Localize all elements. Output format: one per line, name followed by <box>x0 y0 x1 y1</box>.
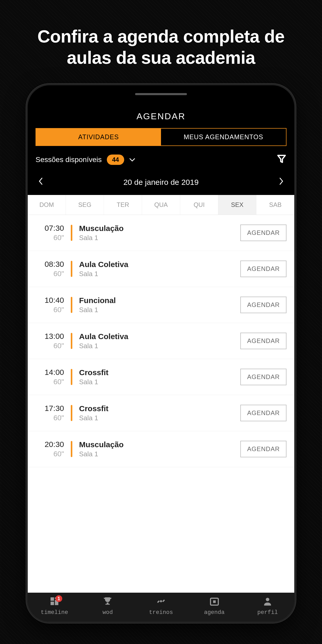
session-accent-bar <box>71 405 72 421</box>
promo-headline: Confira a agenda completa de aulas da su… <box>0 0 322 84</box>
day-tab-qua[interactable]: QUA <box>142 195 180 215</box>
session-row: 07:30 60" Musculação Sala 1 AGENDAR <box>28 215 294 251</box>
dumbbell-icon <box>156 596 166 608</box>
session-accent-bar <box>71 297 72 313</box>
session-title: Aula Coletiva <box>79 332 234 341</box>
phone-frame: AGENDAR ATIVIDADES MEUS AGENDAMENTOS Ses… <box>26 84 296 623</box>
available-sessions-label: Sessões disponíveis <box>36 156 102 164</box>
session-time-col: 10:40 60" <box>36 296 64 314</box>
session-duration: 60" <box>36 234 64 242</box>
nav-timeline[interactable]: 1 timeline <box>28 596 81 616</box>
session-info: Crossfit Sala 1 <box>79 404 234 422</box>
nav-agenda[interactable]: agenda <box>188 596 241 616</box>
session-row: 20:30 60" Musculação Sala 1 AGENDAR <box>28 431 294 467</box>
session-duration: 60" <box>36 378 64 386</box>
session-room: Sala 1 <box>79 414 234 422</box>
session-time: 10:40 <box>36 296 64 305</box>
nav-wod[interactable]: wod <box>81 596 135 616</box>
schedule-button[interactable]: AGENDAR <box>240 441 286 457</box>
session-time-col: 08:30 60" <box>36 260 64 278</box>
session-info: Crossfit Sala 1 <box>79 368 234 386</box>
session-info: Musculação Sala 1 <box>79 224 234 242</box>
person-icon <box>262 596 273 608</box>
session-info: Aula Coletiva Sala 1 <box>79 332 234 350</box>
session-row: 17:30 60" Crossfit Sala 1 AGENDAR <box>28 395 294 431</box>
svg-rect-5 <box>213 600 216 603</box>
filter-icon[interactable] <box>277 154 286 165</box>
session-accent-bar <box>71 225 72 241</box>
session-time: 14:00 <box>36 368 64 377</box>
schedule-button[interactable]: AGENDAR <box>240 261 286 277</box>
session-time: 17:30 <box>36 404 64 413</box>
schedule-button[interactable]: AGENDAR <box>240 225 286 241</box>
session-time-col: 07:30 60" <box>36 224 64 242</box>
session-row: 08:30 60" Aula Coletiva Sala 1 AGENDAR <box>28 251 294 287</box>
schedule-button[interactable]: AGENDAR <box>240 369 286 385</box>
session-duration: 60" <box>36 342 64 350</box>
session-room: Sala 1 <box>79 306 234 314</box>
prev-date-button[interactable] <box>38 177 43 188</box>
schedule-button[interactable]: AGENDAR <box>240 333 286 349</box>
day-tab-sab[interactable]: SAB <box>256 195 294 215</box>
session-row: 14:00 60" Crossfit Sala 1 AGENDAR <box>28 359 294 395</box>
session-title: Musculação <box>79 440 234 449</box>
session-title: Crossfit <box>79 368 234 377</box>
nav-agenda-label: agenda <box>188 609 241 616</box>
notification-badge: 1 <box>55 595 62 602</box>
next-date-button[interactable] <box>279 177 284 188</box>
session-title: Funcional <box>79 296 234 305</box>
schedule-button[interactable]: AGENDAR <box>240 297 286 313</box>
bottom-nav: 1 timeline wod treinos <box>28 593 294 621</box>
session-time: 07:30 <box>36 224 64 233</box>
session-time: 13:00 <box>36 332 64 341</box>
current-date-label: 20 de janeiro de 2019 <box>123 178 199 187</box>
svg-point-6 <box>266 598 269 601</box>
segmented-tabs: ATIVIDADES MEUS AGENDAMENTOS <box>36 128 286 146</box>
session-time: 20:30 <box>36 440 64 449</box>
day-tab-sex[interactable]: SEX <box>218 195 256 215</box>
session-room: Sala 1 <box>79 234 234 242</box>
session-accent-bar <box>71 441 72 457</box>
svg-rect-0 <box>51 597 54 601</box>
session-duration: 60" <box>36 414 64 422</box>
session-info: Aula Coletiva Sala 1 <box>79 260 234 278</box>
app-screen: AGENDAR ATIVIDADES MEUS AGENDAMENTOS Ses… <box>28 85 294 621</box>
weekday-tabs: DOMSEGTERQUAQUISEXSAB <box>28 195 294 215</box>
session-accent-bar <box>71 333 72 349</box>
schedule-button[interactable]: AGENDAR <box>240 405 286 421</box>
session-duration: 60" <box>36 450 64 458</box>
nav-perfil-label: perfil <box>241 609 294 616</box>
session-duration: 60" <box>36 306 64 314</box>
session-room: Sala 1 <box>79 450 234 458</box>
page-title: AGENDAR <box>28 103 294 128</box>
session-accent-bar <box>71 369 72 385</box>
day-tab-qui[interactable]: QUI <box>180 195 218 215</box>
session-row: 13:00 60" Aula Coletiva Sala 1 AGENDAR <box>28 323 294 359</box>
session-list[interactable]: 07:30 60" Musculação Sala 1 AGENDAR 08:3… <box>28 215 294 593</box>
tab-my-bookings[interactable]: MEUS AGENDAMENTOS <box>161 129 286 145</box>
session-duration: 60" <box>36 270 64 278</box>
date-navigator: 20 de janeiro de 2019 <box>28 171 294 195</box>
nav-treinos[interactable]: treinos <box>134 596 188 616</box>
tab-activities[interactable]: ATIVIDADES <box>36 129 161 145</box>
session-room: Sala 1 <box>79 378 234 386</box>
session-time-col: 20:30 60" <box>36 440 64 458</box>
session-time-col: 17:30 60" <box>36 404 64 422</box>
svg-rect-3 <box>51 601 54 605</box>
nav-perfil[interactable]: perfil <box>241 596 294 616</box>
session-title: Crossfit <box>79 404 234 413</box>
nav-wod-label: wod <box>81 609 135 616</box>
trophy-icon <box>102 596 113 608</box>
session-time-col: 13:00 60" <box>36 332 64 350</box>
day-tab-ter[interactable]: TER <box>104 195 142 215</box>
calendar-icon <box>209 596 220 608</box>
day-tab-seg[interactable]: SEG <box>66 195 104 215</box>
day-tab-dom[interactable]: DOM <box>28 195 66 215</box>
nav-treinos-label: treinos <box>134 609 188 616</box>
session-row: 10:40 60" Funcional Sala 1 AGENDAR <box>28 287 294 323</box>
session-room: Sala 1 <box>79 270 234 278</box>
session-title: Musculação <box>79 224 234 233</box>
session-accent-bar <box>71 261 72 277</box>
session-room: Sala 1 <box>79 342 234 350</box>
chevron-down-icon[interactable] <box>129 156 135 163</box>
